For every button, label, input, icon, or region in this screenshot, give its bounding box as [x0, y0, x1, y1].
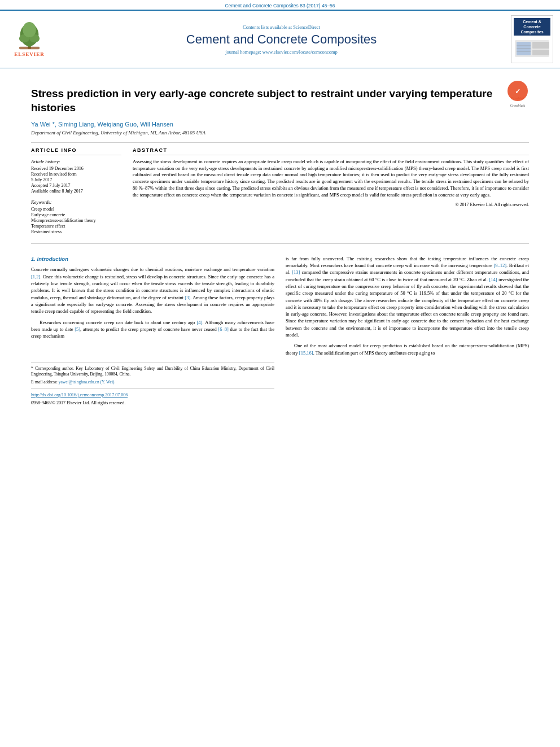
science-direct-link[interactable]: ScienceDirect — [293, 24, 320, 30]
ref-4[interactable]: [4] — [197, 320, 203, 325]
journal-title-area: Contents lists available at ScienceDirec… — [58, 24, 505, 55]
authors: Ya Wei *, Siming Liang, Weiqiang Guo, Wi… — [31, 121, 529, 128]
journal-logo-box: Cement &ConcreteComposites — [511, 15, 553, 63]
ref-9-12[interactable]: [9–12] — [493, 263, 506, 268]
keyword-5: Restrained stress — [31, 229, 121, 234]
svg-point-4 — [23, 22, 36, 37]
right-para-2: One of the most advanced model for creep… — [286, 342, 529, 356]
footnote-star: * Corresponding author. Key Laboratory o… — [31, 366, 274, 378]
elsevier-logo: ELSEVIER — [7, 22, 52, 57]
article-title: Stress prediction in very early-age conc… — [31, 87, 498, 115]
journal-ref-text: Cement and Concrete Composites 83 (2017)… — [225, 3, 335, 8]
abstract-column: ABSTRACT Assessing the stress developmen… — [133, 147, 529, 235]
science-direct-line: Contents lists available at ScienceDirec… — [58, 24, 505, 30]
body-col-right: is far from fully uncovered. The existin… — [286, 255, 529, 407]
body-section: 1. Introduction Concrete normally underg… — [31, 255, 529, 407]
journal-top-ref: Cement and Concrete Composites 83 (2017)… — [0, 0, 560, 10]
doi-link[interactable]: http://dx.doi.org/10.1016/j.cemconcomp.2… — [31, 392, 128, 397]
ref-5[interactable]: [5] — [75, 326, 80, 332]
email-link[interactable]: yawei@tsinghua.edu.cn (Y. Wei). — [59, 379, 116, 385]
paper-content: Stress prediction in very early-age conc… — [0, 77, 560, 406]
ref-14[interactable]: [14] — [489, 277, 497, 282]
divider-2 — [31, 243, 529, 244]
article-meta-section: ARTICLE INFO Article history: Received 1… — [31, 147, 529, 235]
crossmark-logo: ✓ CrossMark CrossMark — [506, 80, 529, 107]
journal-homepage: journal homepage: www.elsevier.com/locat… — [58, 49, 505, 55]
divider-1 — [31, 142, 529, 143]
svg-rect-5 — [19, 46, 40, 49]
revised-date: 5 July 2017 — [31, 177, 121, 182]
keyword-2: Early-age concrete — [31, 212, 121, 217]
logo-top-text: Cement &ConcreteComposites — [514, 18, 550, 36]
intro-heading: 1. Introduction — [31, 255, 274, 263]
ref-3[interactable]: [3] — [185, 295, 190, 300]
intro-para-2: Researches concerning concrete creep can… — [31, 319, 274, 340]
received-date: Received 19 December 2016 — [31, 166, 121, 171]
issn-line: 0958-9465/© 2017 Elsevier Ltd. All right… — [31, 400, 274, 407]
elsevier-text: ELSEVIER — [14, 51, 45, 57]
ref-13[interactable]: [13] — [292, 269, 300, 275]
body-two-col: 1. Introduction Concrete normally underg… — [31, 255, 529, 407]
received-revised: Received in revised form — [31, 172, 121, 177]
keyword-3: Microprestress-solidification theory — [31, 218, 121, 223]
ref-1-2[interactable]: [1,2] — [31, 274, 40, 279]
svg-rect-8 — [532, 42, 549, 49]
ref-15-16[interactable]: [15,16] — [299, 350, 313, 356]
article-info-column: ARTICLE INFO Article history: Received 1… — [31, 147, 121, 235]
logo-bottom — [514, 37, 550, 60]
keywords-title: Keywords: — [31, 199, 121, 205]
available-online: Available online 8 July 2017 — [31, 189, 121, 194]
svg-text:CrossMark: CrossMark — [511, 97, 525, 100]
keywords-section: Keywords: Creep model Early-age concrete… — [31, 199, 121, 234]
intro-para-1: Concrete normally undergoes volumetric c… — [31, 266, 274, 314]
accepted-date: Accepted 7 July 2017 — [31, 183, 121, 188]
footnote-email: E-mail address: yawei@tsinghua.edu.cn (Y… — [31, 379, 274, 386]
homepage-link[interactable]: www.elsevier.com/locate/cemconcomp — [262, 49, 338, 55]
keyword-1: Creep model — [31, 207, 121, 212]
svg-rect-9 — [532, 50, 549, 55]
ref-6-8[interactable]: [6–8] — [218, 326, 228, 332]
right-para-1: is far from fully uncovered. The existin… — [286, 255, 529, 339]
history-title: Article history: — [31, 159, 121, 164]
footnote-area: * Corresponding author. Key Laboratory o… — [31, 362, 274, 407]
journal-name: Cement and Concrete Composites — [58, 32, 505, 47]
affiliation: Department of Civil Engineering, Univers… — [31, 130, 529, 136]
keyword-4: Temperature effect — [31, 224, 121, 229]
abstract-heading: ABSTRACT — [133, 147, 529, 155]
body-col-left: 1. Introduction Concrete normally underg… — [31, 255, 274, 407]
copyright: © 2017 Elsevier Ltd. All rights reserved… — [133, 202, 529, 207]
journal-banner: ELSEVIER Contents lists available at Sci… — [0, 10, 560, 68]
abstract-text: Assessing the stress development in conc… — [133, 159, 529, 199]
svg-text:✓: ✓ — [515, 88, 520, 95]
article-info-heading: ARTICLE INFO — [31, 147, 121, 155]
